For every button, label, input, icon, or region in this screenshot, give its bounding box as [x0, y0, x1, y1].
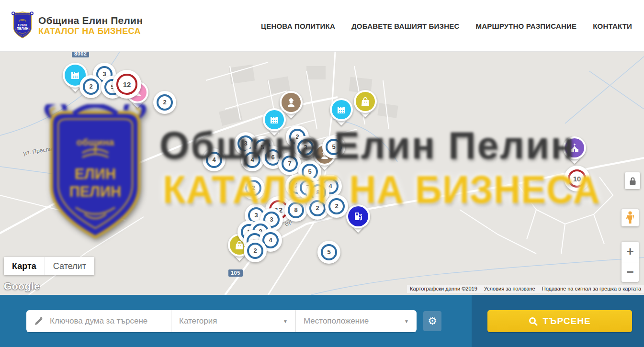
location-select[interactable]: Местоположение ▼ — [295, 310, 417, 332]
map-attribution: Картографски данни ©2019 Условия за полз… — [407, 285, 644, 293]
category-select[interactable]: Категория ▼ — [171, 310, 295, 332]
map-cluster-marker[interactable]: 4 — [203, 148, 226, 171]
cluster-count: 8 — [288, 202, 305, 219]
site-subtitle: КАТАЛОГ НА БИЗНЕСА — [38, 26, 143, 36]
nav-item-1[interactable]: ДОБАВЕТЕ ВАШИЯТ БИЗНЕС — [351, 22, 459, 30]
header: ЕЛИН ПЕЛИН Община Елин Пелин КАТАЛОГ НА … — [0, 0, 644, 52]
attribution-terms-link[interactable]: Условия за ползване — [484, 286, 535, 291]
cluster-count: 5 — [326, 139, 342, 156]
map-type-satellite-button[interactable]: Сателит — [45, 257, 94, 275]
attribution-report-link[interactable]: Подаване на сигнал за грешка в картата — [542, 286, 641, 291]
search-bar: ТЪРСЕНЕ Категория ▼ Местоположение ▼ ⚙ — [0, 295, 644, 347]
chevron-down-icon: ▼ — [404, 319, 409, 324]
search-button[interactable]: ТЪРСЕНЕ — [487, 310, 632, 332]
search-action-panel: ТЪРСЕНЕ — [472, 295, 644, 347]
cluster-count: 2 — [157, 94, 173, 111]
google-logo[interactable]: Google — [4, 280, 40, 292]
map-pin-marker[interactable] — [563, 136, 586, 159]
pegman-icon — [626, 211, 634, 224]
cluster-count: 4 — [244, 152, 261, 168]
map-cluster-marker[interactable]: 7 — [278, 152, 301, 175]
keyword-input[interactable] — [50, 316, 163, 326]
map-canvas[interactable]: 8002105 ул. Преславбул. „Новосел 3251222… — [0, 52, 644, 295]
map-pin-marker[interactable] — [354, 90, 377, 113]
map-pin-marker[interactable] — [330, 98, 353, 121]
search-fields: Категория ▼ Местоположение ▼ — [26, 310, 417, 332]
keyword-section — [26, 310, 171, 332]
church-icon — [565, 138, 584, 157]
map-cluster-marker[interactable]: 2 — [79, 75, 102, 98]
map-pin-marker[interactable] — [263, 108, 286, 131]
map-cluster-marker[interactable]: 2 — [244, 239, 267, 262]
search-button-label: ТЪРСЕНЕ — [542, 316, 590, 326]
zoom-in-button[interactable]: + — [621, 242, 639, 262]
factory-icon — [332, 100, 351, 119]
map-cluster-marker[interactable]: 8 — [284, 199, 307, 222]
map-type-map-button[interactable]: Карта — [4, 257, 45, 275]
cluster-count: 4 — [206, 152, 223, 168]
bag-icon — [356, 92, 375, 111]
chevron-down-icon: ▼ — [283, 319, 288, 324]
attribution-data: Картографски данни ©2019 — [410, 286, 477, 291]
road-shield: 105 — [228, 269, 243, 277]
site-title: Община Елин Пелин — [38, 15, 143, 26]
map-type-control: Карта Сателит — [4, 257, 94, 275]
lock-icon — [629, 177, 636, 185]
zoom-control: + − — [621, 242, 639, 282]
map-cluster-marker[interactable]: 5 — [322, 135, 345, 158]
map-cluster-marker[interactable]: 10 — [564, 166, 590, 191]
lock-button[interactable] — [625, 172, 640, 189]
cluster-count: 3 — [297, 139, 314, 156]
map-cluster-marker[interactable]: 2 — [325, 195, 348, 218]
advanced-options-button[interactable]: ⚙ — [423, 311, 441, 331]
zoom-out-button[interactable]: − — [621, 262, 639, 282]
cluster-count: 2 — [245, 180, 262, 197]
municipality-logo-icon: ЕЛИН ПЕЛИН — [11, 11, 34, 39]
gear-icon: ⚙ — [428, 315, 437, 327]
cluster-count: 10 — [568, 169, 587, 188]
cluster-count: 2 — [83, 78, 100, 95]
factory-icon — [265, 110, 284, 129]
cluster-count: 2 — [247, 243, 264, 259]
pegman-button[interactable] — [621, 209, 639, 226]
category-select-value: Категория — [179, 316, 217, 326]
search-icon — [529, 317, 538, 326]
nav-item-3[interactable]: КОНТАКТИ — [593, 22, 632, 30]
logo-name-bottom: ПЕЛИН — [17, 27, 28, 30]
road-shield: 8002 — [72, 52, 89, 57]
cluster-count: 7 — [282, 156, 298, 172]
cluster-count: 5 — [321, 244, 338, 261]
cluster-count: 2 — [328, 198, 345, 215]
map-cluster-marker[interactable]: 5 — [317, 241, 340, 264]
location-select-value: Местоположение — [304, 316, 369, 326]
fuel-icon — [348, 206, 368, 226]
nav-item-0[interactable]: ЦЕНОВА ПОЛИТИКА — [261, 22, 335, 30]
pencil-icon — [34, 316, 44, 326]
map-pin-marker[interactable] — [346, 204, 370, 228]
nav-item-2[interactable]: МАРШРУТНО РАЗПИСАНИЕ — [475, 22, 576, 30]
cluster-count: 2 — [309, 200, 326, 217]
map-cluster-marker[interactable]: 4 — [241, 148, 264, 171]
cluster-count: 12 — [116, 74, 137, 94]
main-nav: ЦЕНОВА ПОЛИТИКАДОБАВЕТЕ ВАШИЯТ БИЗНЕСМАР… — [261, 0, 632, 52]
logo-name-top: ЕЛИН — [18, 23, 27, 27]
map-cluster-marker[interactable]: 2 — [242, 177, 265, 200]
logo-link[interactable]: ЕЛИН ПЕЛИН Община Елин Пелин КАТАЛОГ НА … — [11, 11, 143, 39]
map-cluster-marker[interactable]: 2 — [153, 91, 176, 114]
map-cluster-marker[interactable]: 12 — [113, 70, 141, 99]
